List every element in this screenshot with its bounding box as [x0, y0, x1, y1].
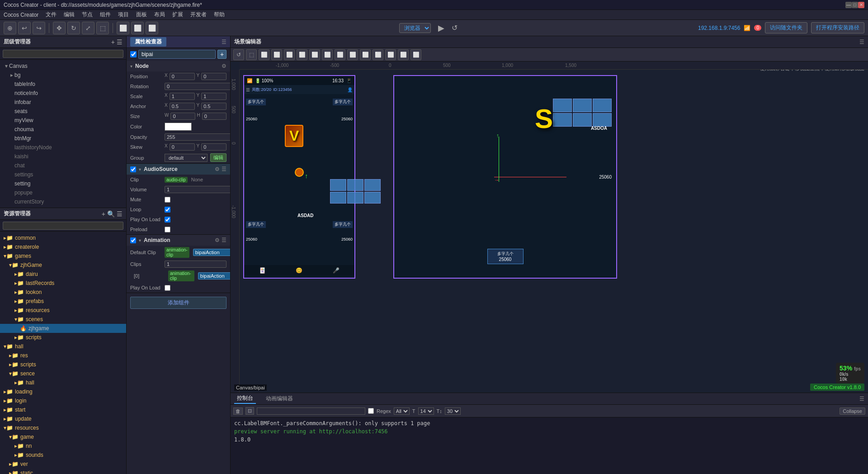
scene-tb-btn8[interactable]: ⬜ [322, 49, 333, 60]
hierarchy-item-canvas[interactable]: ▾ Canvas [0, 62, 126, 71]
menu-help[interactable]: 帮助 [214, 11, 225, 19]
animation-section-header[interactable]: ▾ Animation ⚙ ☰ [127, 235, 230, 246]
hierarchy-item-bg[interactable]: ▸ bg [0, 71, 126, 80]
asset-item-ver[interactable]: ▸📁ver [0, 460, 126, 469]
hierarchy-item-currentstory[interactable]: currentStory [0, 197, 126, 206]
volume-input[interactable] [165, 186, 231, 193]
hierarchy-item-popupe[interactable]: popupe [0, 188, 126, 197]
asset-item-update[interactable]: ▸📁update [0, 414, 126, 423]
anim-playonload-checkbox[interactable] [165, 285, 170, 291]
menu-edit[interactable]: 编辑 [64, 11, 75, 19]
filter-all-select[interactable]: All [394, 408, 410, 415]
scene-tb-btn7[interactable]: ⬜ [309, 49, 320, 60]
scene-tb-btn9[interactable]: ⬜ [335, 49, 345, 60]
scale-x-input[interactable] [170, 93, 195, 100]
tb-btn6[interactable]: ⬜ [131, 22, 144, 34]
mute-checkbox[interactable] [165, 197, 170, 203]
tb-scale-button[interactable]: ⤢ [82, 22, 94, 34]
scene-tb-btn13[interactable]: ⬜ [385, 49, 396, 60]
asset-item-sence[interactable]: ▾📁sence [0, 369, 126, 378]
asset-item-common[interactable]: ▸📁common [0, 233, 126, 242]
asset-search-input[interactable] [3, 222, 123, 230]
asset-search-button[interactable]: 🔍 [107, 210, 115, 218]
asset-item-scripts2[interactable]: ▸📁scripts [0, 333, 126, 342]
hierarchy-item-chat[interactable]: chat [0, 161, 126, 170]
tb-move-button[interactable]: ✥ [53, 22, 66, 34]
scene-tb-btn15[interactable]: ⬜ [410, 49, 421, 60]
regex-checkbox[interactable] [368, 408, 374, 414]
asset-item-prefabs[interactable]: ▸📁prefabs [0, 297, 126, 306]
asset-item-hall-res[interactable]: ▸📁res [0, 351, 126, 360]
hierarchy-item-lasthistory[interactable]: lasthistoryNode [0, 143, 126, 152]
asset-item-resources[interactable]: ▸📁resources [0, 306, 126, 315]
console-filter-button[interactable]: ⊡ [245, 407, 254, 415]
minimize-button[interactable]: — [845, 2, 852, 8]
hierarchy-search-input[interactable] [3, 50, 123, 58]
collapse-button[interactable]: Collapse [840, 408, 865, 415]
hierarchy-item-noticeinfo[interactable]: noticeInfo [0, 89, 126, 98]
position-x-input[interactable] [170, 73, 195, 80]
menu-node[interactable]: 节点 [82, 11, 93, 19]
tb-add-button[interactable]: ⊕ [4, 22, 16, 34]
close-button[interactable]: ✕ [858, 2, 864, 8]
hierarchy-item-kaishi[interactable]: kaishi [0, 152, 126, 161]
asset-item-resources2[interactable]: ▾📁resources [0, 423, 126, 432]
menu-project[interactable]: 项目 [118, 11, 129, 19]
tb-redo-button[interactable]: ↩ [33, 22, 45, 34]
hierarchy-add-button[interactable]: + [111, 38, 115, 46]
menu-panel[interactable]: 面板 [136, 11, 147, 19]
font-size2-select[interactable]: 30 [445, 408, 461, 415]
loop-checkbox[interactable] [165, 207, 170, 213]
maximize-button[interactable]: □ [852, 2, 858, 8]
console-clear-button[interactable]: 🗑 [233, 408, 243, 415]
scale-y-input[interactable] [201, 93, 226, 100]
scene-tb-btn4[interactable]: ⬜ [271, 49, 282, 60]
color-swatch[interactable] [165, 123, 192, 131]
skew-y-input[interactable] [201, 143, 226, 151]
asset-item-game[interactable]: ▾📁game [0, 432, 126, 441]
audio-enabled-checkbox[interactable] [130, 166, 136, 172]
audio-menu-button[interactable]: ☰ [222, 166, 226, 172]
asset-item-dairu[interactable]: ▸📁dairu [0, 270, 126, 279]
anchor-x-input[interactable] [170, 103, 195, 110]
add-component-button[interactable]: 添加组件 [130, 297, 226, 309]
anim-clips-count[interactable] [165, 261, 226, 268]
scene-tb-btn3[interactable]: ⬜ [259, 49, 269, 60]
font-size-select[interactable]: 14 [418, 408, 434, 415]
node-section-header[interactable]: ▾ Node ⚙ [127, 61, 230, 71]
asset-item-static[interactable]: ▸📁static [0, 469, 126, 474]
tb-rect-button[interactable]: ⬚ [96, 22, 109, 34]
hierarchy-item-seats[interactable]: seats [0, 107, 126, 116]
group-select[interactable]: default [165, 154, 208, 162]
scene-tb-btn11[interactable]: ⬜ [360, 49, 371, 60]
menu-file[interactable]: 文件 [46, 11, 57, 19]
asset-item-createrole[interactable]: ▸📁createrole [0, 242, 126, 251]
scene-tb-btn12[interactable]: ⬜ [373, 49, 383, 60]
menu-cocos[interactable]: Cocos Creator [4, 12, 38, 18]
scene-canvas[interactable]: 使用鼠标右键平移视图重点，使用滚轮缩放视图 -1,000 -500 0 500 … [231, 62, 868, 393]
hierarchy-item-btnmgr[interactable]: btnMgr [0, 134, 126, 143]
hierarchy-item-settings[interactable]: settings [0, 170, 126, 179]
anim-menu-button[interactable]: ☰ [222, 237, 226, 243]
scene-menu-button[interactable]: ☰ [859, 39, 864, 45]
asset-add-button[interactable]: + [102, 210, 105, 218]
inspector-menu-button[interactable]: ☰ [222, 39, 226, 45]
audio-settings-button[interactable]: ⚙ [215, 166, 220, 172]
asset-item-hall-scripts[interactable]: ▸📁scripts [0, 360, 126, 369]
asset-item-scenes[interactable]: ▾📁scenes [0, 315, 126, 324]
asset-item-zjhgame[interactable]: ▾📁zjhGame [0, 261, 126, 270]
skew-x-input[interactable] [170, 143, 195, 151]
anim-settings-button[interactable]: ⚙ [215, 237, 220, 243]
opacity-input[interactable] [165, 133, 231, 141]
menu-component[interactable]: 组件 [100, 11, 111, 19]
menu-extend[interactable]: 扩展 [172, 11, 183, 19]
group-edit-button[interactable]: 编辑 [210, 153, 226, 162]
node-add-component-button[interactable]: + [217, 50, 226, 59]
anim-clip0-input[interactable] [198, 272, 231, 280]
open-install-button[interactable]: 打开程序安装路径 [811, 22, 864, 33]
asset-item-sence-hall[interactable]: ▸📁hall [0, 378, 126, 387]
menu-developer[interactable]: 开发者 [190, 11, 207, 19]
node-enabled-checkbox[interactable] [130, 51, 137, 57]
menu-layout[interactable]: 布局 [154, 11, 165, 19]
hierarchy-item-myview[interactable]: myView [0, 116, 126, 125]
